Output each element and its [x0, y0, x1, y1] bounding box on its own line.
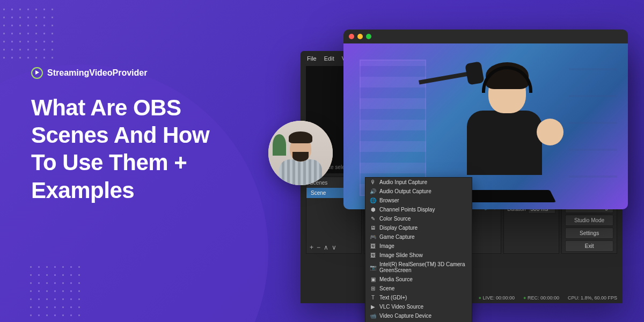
- page-title: What Are OBS Scenes And How To Use Them …: [31, 94, 235, 204]
- source-icon: 🎮: [370, 234, 376, 240]
- menu-edit[interactable]: Edit: [324, 55, 334, 62]
- context-label: Display Capture: [379, 225, 418, 231]
- source-icon: ✎: [370, 216, 376, 222]
- brand-name: StreamingVideoProvider: [47, 68, 147, 78]
- context-item[interactable]: 🔊Audio Output Capture: [365, 187, 472, 196]
- decorative-dots: [27, 263, 80, 317]
- context-label: Image Slide Show: [379, 252, 423, 258]
- context-label: Color Source: [379, 216, 411, 222]
- context-item[interactable]: 🎙Audio Input Capture: [365, 178, 472, 187]
- context-item[interactable]: ▶VLC Video Source: [365, 302, 472, 311]
- exit-button[interactable]: Exit: [565, 240, 613, 252]
- context-item[interactable]: 🖼Image Slide Show: [365, 251, 472, 260]
- source-icon: 🖼: [370, 252, 376, 258]
- minimize-icon[interactable]: [357, 34, 363, 39]
- live-status: LIVE: 00:00:00: [482, 295, 515, 301]
- source-icon: 🎙: [370, 179, 376, 185]
- source-icon: ▣: [370, 276, 376, 282]
- context-item[interactable]: 🌐Browser: [365, 196, 472, 205]
- remove-scene-button[interactable]: −: [317, 244, 320, 251]
- cpu-status: CPU: 1.8%, 60.00 FPS: [568, 295, 617, 301]
- context-label: Browser: [379, 197, 399, 203]
- context-label: Text (GDI+): [379, 295, 407, 301]
- scenes-footer: + − ∧ ∨: [306, 241, 361, 253]
- source-icon: ⊞: [370, 286, 376, 291]
- close-icon[interactable]: [349, 34, 354, 39]
- context-label: Game Capture: [379, 234, 415, 240]
- source-icon: T: [370, 295, 376, 301]
- context-label: Scene: [379, 286, 394, 291]
- context-item[interactable]: 🖼Image: [365, 241, 472, 251]
- context-item[interactable]: 🎮Game Capture: [365, 232, 472, 241]
- decorative-dots: [0, 5, 54, 59]
- context-label: Image: [379, 243, 394, 249]
- source-icon: ⬢: [370, 207, 376, 213]
- source-icon: 🖥: [370, 225, 376, 231]
- source-icon: ▶: [370, 304, 376, 310]
- source-icon: 📷: [370, 265, 376, 270]
- context-item[interactable]: 🖥Display Capture: [365, 223, 472, 232]
- context-label: Channel Points Display: [379, 207, 435, 213]
- brand-logo: StreamingVideoProvider: [31, 67, 147, 79]
- menu-file[interactable]: File: [307, 55, 317, 62]
- context-item[interactable]: TText (GDI+): [365, 293, 472, 302]
- add-scene-button[interactable]: +: [310, 244, 313, 251]
- context-item[interactable]: 📷Intel(R) RealSense(TM) 3D Camera GreenS…: [365, 260, 472, 275]
- context-item[interactable]: 📹Video Capture Device: [365, 311, 472, 320]
- studio-mode-button[interactable]: Studio Mode: [565, 215, 613, 226]
- scene-down-button[interactable]: ∨: [332, 244, 336, 251]
- maximize-icon[interactable]: [366, 34, 371, 39]
- context-item[interactable]: ⬢Channel Points Display: [365, 205, 472, 214]
- context-label: Audio Input Capture: [379, 179, 427, 185]
- context-label: Audio Output Capture: [379, 188, 431, 194]
- source-icon: 📹: [370, 313, 376, 319]
- context-label: Video Capture Device: [379, 313, 431, 319]
- avatar: [268, 121, 333, 185]
- context-item[interactable]: ✎Color Source: [365, 214, 472, 223]
- source-icon: 🌐: [370, 197, 376, 203]
- context-item[interactable]: ▣Media Source: [365, 275, 472, 284]
- settings-button[interactable]: Settings: [565, 228, 613, 239]
- context-item[interactable]: ⊞Scene: [365, 284, 472, 293]
- play-icon: [31, 67, 43, 79]
- source-icon: 🔊: [370, 188, 376, 194]
- context-label: Intel(R) RealSense(TM) 3D Camera GreenSc…: [379, 261, 467, 273]
- context-label: Media Source: [379, 276, 413, 282]
- source-icon: 🖼: [370, 243, 376, 249]
- scene-up-button[interactable]: ∧: [324, 244, 328, 251]
- source-context-menu: 🎙Audio Input Capture🔊Audio Output Captur…: [365, 177, 472, 322]
- context-label: VLC Video Source: [379, 304, 423, 310]
- window-titlebar: [343, 30, 628, 43]
- rec-status: REC: 00:00:00: [528, 295, 559, 301]
